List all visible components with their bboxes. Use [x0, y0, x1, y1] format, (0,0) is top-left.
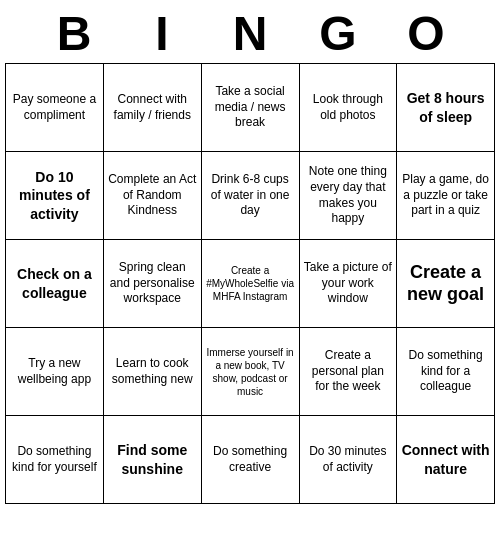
- bingo-letter-o: O: [382, 6, 470, 61]
- grid-cell-0-0: Pay someone a compliment: [6, 64, 104, 152]
- grid-cell-1-2: Drink 6-8 cups of water in one day: [201, 152, 299, 240]
- grid-cell-4-1: Find some sunshine: [103, 416, 201, 504]
- bingo-title: BINGO: [5, 0, 495, 63]
- grid-cell-1-4: Play a game, do a puzzle or take part in…: [397, 152, 495, 240]
- grid-cell-0-2: Take a social media / news break: [201, 64, 299, 152]
- grid-cell-3-4: Do something kind for a colleague: [397, 328, 495, 416]
- grid-cell-3-0: Try a new wellbeing app: [6, 328, 104, 416]
- bingo-letter-b: B: [30, 6, 118, 61]
- grid-cell-2-1: Spring clean and personalise workspace: [103, 240, 201, 328]
- bingo-letter-i: I: [118, 6, 206, 61]
- grid-cell-4-2: Do something creative: [201, 416, 299, 504]
- grid-cell-0-1: Connect with family / friends: [103, 64, 201, 152]
- grid-cell-0-3: Look through old photos: [299, 64, 397, 152]
- bingo-letter-n: N: [206, 6, 294, 61]
- grid-cell-2-2: Create a #MyWholeSelfie via MHFA Instagr…: [201, 240, 299, 328]
- grid-cell-2-3: Take a picture of your work window: [299, 240, 397, 328]
- grid-cell-2-0: Check on a colleague: [6, 240, 104, 328]
- grid-cell-0-4: Get 8 hours of sleep: [397, 64, 495, 152]
- bingo-letter-g: G: [294, 6, 382, 61]
- grid-cell-3-1: Learn to cook something new: [103, 328, 201, 416]
- grid-cell-4-4: Connect with nature: [397, 416, 495, 504]
- grid-cell-4-3: Do 30 minutes of activity: [299, 416, 397, 504]
- grid-cell-1-3: Note one thing every day that makes you …: [299, 152, 397, 240]
- grid-cell-1-1: Complete an Act of Random Kindness: [103, 152, 201, 240]
- grid-cell-1-0: Do 10 minutes of activity: [6, 152, 104, 240]
- grid-cell-2-4: Create a new goal: [397, 240, 495, 328]
- grid-cell-4-0: Do something kind for yourself: [6, 416, 104, 504]
- grid-cell-3-3: Create a personal plan for the week: [299, 328, 397, 416]
- bingo-grid: Pay someone a complimentConnect with fam…: [5, 63, 495, 504]
- grid-cell-3-2: Immerse yourself in a new book, TV show,…: [201, 328, 299, 416]
